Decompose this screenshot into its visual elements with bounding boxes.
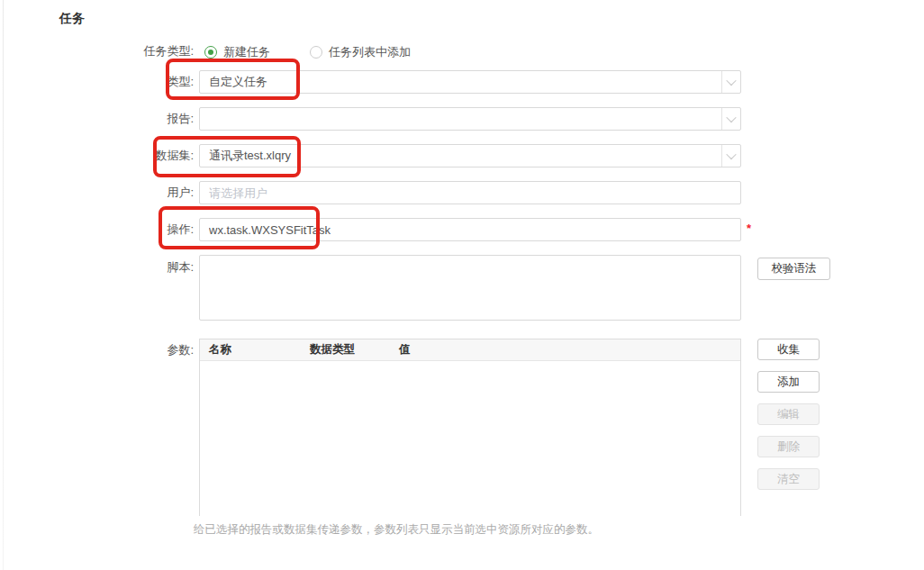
report-select[interactable] bbox=[199, 107, 741, 131]
task-type-label: 任务类型: bbox=[0, 44, 194, 59]
task-type-radio-group: 新建任务 任务列表中添加 bbox=[204, 44, 411, 60]
radio-add-from-list[interactable]: 任务列表中添加 bbox=[310, 44, 411, 60]
page-title: 任务 bbox=[59, 11, 85, 27]
radio-unselected-icon[interactable] bbox=[310, 46, 322, 59]
params-table-header: 名称 数据类型 值 bbox=[200, 339, 740, 361]
radio-new-task-label: 新建任务 bbox=[223, 44, 270, 60]
params-table: 名称 数据类型 值 bbox=[199, 339, 741, 516]
radio-selected-icon[interactable] bbox=[204, 46, 217, 59]
validate-syntax-button[interactable]: 校验语法 bbox=[757, 258, 830, 280]
script-textarea[interactable] bbox=[199, 255, 741, 321]
radio-add-from-list-label: 任务列表中添加 bbox=[329, 44, 411, 60]
operation-label: 操作: bbox=[0, 218, 194, 241]
task-form-page: 任务 任务类型: 新建任务 任务列表中添加 类型: 自定义任务 报告: bbox=[0, 0, 924, 570]
edit-button: 编辑 bbox=[757, 403, 820, 425]
user-label: 用户: bbox=[0, 181, 194, 204]
user-input[interactable] bbox=[199, 181, 741, 204]
type-label: 类型: bbox=[0, 70, 194, 94]
dataset-select[interactable]: 通讯录test.xlqry bbox=[199, 144, 741, 167]
operation-input[interactable] bbox=[199, 218, 741, 241]
params-helper-text: 给已选择的报告或数据集传递参数，参数列表只显示当前选中资源所对应的参数。 bbox=[194, 522, 599, 538]
dataset-label: 数据集: bbox=[0, 144, 194, 167]
params-table-body[interactable] bbox=[200, 361, 740, 516]
column-header-value: 值 bbox=[390, 342, 740, 357]
chevron-down-icon[interactable] bbox=[721, 108, 740, 130]
add-button[interactable]: 添加 bbox=[757, 371, 820, 393]
script-label: 脚本: bbox=[0, 258, 194, 276]
report-label: 报告: bbox=[0, 107, 194, 131]
chevron-down-icon[interactable] bbox=[721, 71, 740, 93]
chevron-down-icon[interactable] bbox=[721, 145, 740, 167]
clear-button: 清空 bbox=[757, 468, 820, 490]
column-header-name: 名称 bbox=[200, 342, 301, 357]
collect-button[interactable]: 收集 bbox=[757, 339, 820, 360]
required-asterisk: * bbox=[747, 222, 751, 235]
type-select-value: 自定义任务 bbox=[209, 71, 717, 93]
column-header-datatype: 数据类型 bbox=[301, 342, 390, 357]
params-label: 参数: bbox=[0, 339, 194, 361]
radio-new-task[interactable]: 新建任务 bbox=[204, 44, 270, 60]
type-select[interactable]: 自定义任务 bbox=[199, 70, 741, 94]
delete-button: 删除 bbox=[757, 436, 820, 457]
dataset-select-value: 通讯录test.xlqry bbox=[209, 145, 717, 167]
